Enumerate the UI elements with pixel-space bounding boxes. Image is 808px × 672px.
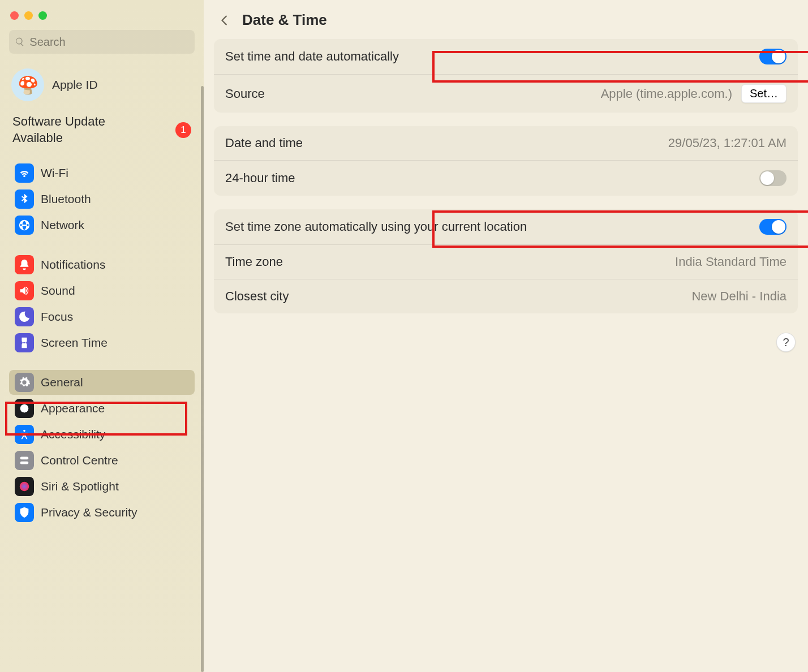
appearance-icon: [15, 399, 34, 418]
back-button[interactable]: [216, 12, 233, 29]
avatar-emoji: 🍄: [18, 75, 38, 95]
zone-value: India Standard Time: [675, 255, 786, 269]
zone-label: Time zone: [225, 255, 283, 269]
apple-id-row[interactable]: 🍄 Apple ID: [6, 65, 198, 111]
source-value: Apple (time.apple.com.): [601, 87, 732, 101]
sidebar-item-label: Wi-Fi: [41, 166, 68, 180]
sidebar-item-network[interactable]: Network: [9, 213, 195, 238]
svg-rect-2: [20, 457, 29, 460]
sidebar-item-label: Focus: [41, 310, 73, 324]
help-button-wrap: ?: [776, 333, 796, 352]
sidebar-item-privacy[interactable]: Privacy & Security: [9, 500, 195, 525]
focus-icon: [15, 307, 34, 326]
siri-icon: [15, 477, 34, 496]
header: Date & Time: [214, 11, 798, 39]
h24-toggle[interactable]: [759, 170, 786, 186]
city-label: Closest city: [225, 289, 289, 304]
sidebar-item-label: Sound: [41, 284, 75, 298]
window-controls: [6, 10, 198, 30]
svg-point-1: [23, 430, 25, 432]
network-icon: [15, 216, 34, 235]
sidebar-item-screen-time[interactable]: Screen Time: [9, 330, 195, 355]
screen-time-icon: [15, 333, 34, 352]
h24-label: 24-hour time: [225, 171, 295, 186]
row-date-time: Date and time 29/05/23, 1:27:01 AM: [214, 126, 798, 160]
search-input[interactable]: [29, 36, 189, 49]
date-time-label: Date and time: [225, 136, 303, 150]
row-auto-zone: Set time zone automatically using your c…: [214, 209, 798, 244]
wifi-icon: [15, 163, 34, 183]
sidebar-item-label: Bluetooth: [41, 192, 91, 206]
sidebar-item-label: Accessibility: [41, 428, 105, 441]
row-city: Closest city New Delhi - India: [214, 279, 798, 313]
sidebar-item-label: Siri & Spotlight: [41, 480, 119, 493]
sidebar-item-label: General: [41, 376, 83, 389]
close-window-button[interactable]: [10, 11, 19, 20]
avatar: 🍄: [11, 68, 44, 101]
sidebar-item-label: Screen Time: [41, 336, 108, 350]
sidebar-item-notifications[interactable]: Notifications: [9, 252, 195, 277]
sidebar: 🍄 Apple ID Software Update Available 1 W…: [0, 0, 204, 672]
sidebar-nav: Wi-FiBluetoothNetworkNotificationsSoundF…: [6, 160, 198, 526]
help-button[interactable]: ?: [776, 333, 796, 352]
svg-point-4: [20, 482, 29, 492]
row-auto-time: Set time and date automatically: [214, 39, 798, 74]
set-source-button[interactable]: Set…: [741, 84, 786, 103]
general-icon: [15, 373, 34, 392]
sidebar-item-label: Notifications: [41, 258, 105, 272]
control-centre-icon: [15, 451, 34, 470]
accessibility-icon: [15, 425, 34, 444]
source-label: Source: [225, 87, 265, 101]
auto-zone-toggle[interactable]: [759, 219, 786, 235]
date-time-value: 29/05/23, 1:27:01 AM: [668, 136, 786, 150]
software-update-text: Software Update Available: [12, 114, 137, 146]
sidebar-item-appearance[interactable]: Appearance: [9, 396, 195, 421]
auto-time-label: Set time and date automatically: [225, 49, 399, 64]
sidebar-item-sound[interactable]: Sound: [9, 278, 195, 303]
sidebar-item-wifi[interactable]: Wi-Fi: [9, 161, 195, 186]
sidebar-item-bluetooth[interactable]: Bluetooth: [9, 187, 195, 212]
panel-time-source: Set time and date automatically Source A…: [214, 39, 798, 113]
sidebar-item-control-centre[interactable]: Control Centre: [9, 448, 195, 473]
main-pane: Date & Time Set time and date automatica…: [204, 0, 808, 672]
sidebar-item-accessibility[interactable]: Accessibility: [9, 422, 195, 447]
search-field[interactable]: [9, 30, 195, 54]
svg-point-5: [23, 511, 26, 514]
minimize-window-button[interactable]: [24, 11, 33, 20]
sidebar-item-focus[interactable]: Focus: [9, 304, 195, 329]
auto-time-toggle[interactable]: [759, 49, 786, 64]
row-source: Source Apple (time.apple.com.) Set…: [214, 74, 798, 113]
city-value: New Delhi - India: [691, 289, 786, 304]
software-update-row[interactable]: Software Update Available 1: [6, 111, 198, 156]
page-title: Date & Time: [242, 11, 327, 29]
sound-icon: [15, 281, 34, 300]
notifications-icon: [15, 255, 34, 274]
apple-id-label: Apple ID: [52, 78, 98, 92]
sidebar-item-general[interactable]: General: [9, 370, 195, 395]
sidebar-item-label: Appearance: [41, 402, 105, 415]
sidebar-item-label: Privacy & Security: [41, 506, 137, 519]
auto-zone-label: Set time zone automatically using your c…: [225, 219, 527, 234]
privacy-icon: [15, 503, 34, 522]
chevron-left-icon: [218, 14, 231, 27]
bluetooth-icon: [15, 189, 34, 209]
sidebar-item-label: Network: [41, 218, 84, 232]
panel-date-time: Date and time 29/05/23, 1:27:01 AM 24-ho…: [214, 126, 798, 196]
sidebar-item-siri[interactable]: Siri & Spotlight: [9, 474, 195, 499]
sidebar-item-label: Control Centre: [41, 454, 118, 467]
panel-timezone: Set time zone automatically using your c…: [214, 209, 798, 313]
update-badge: 1: [175, 122, 191, 138]
row-24h: 24-hour time: [214, 160, 798, 196]
row-zone: Time zone India Standard Time: [214, 244, 798, 279]
fullscreen-window-button[interactable]: [38, 11, 47, 20]
svg-rect-3: [20, 462, 29, 464]
search-icon: [15, 36, 25, 48]
